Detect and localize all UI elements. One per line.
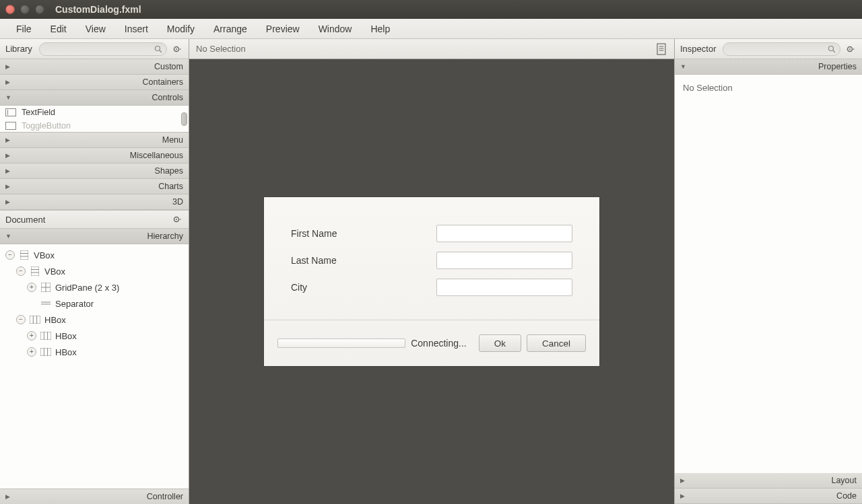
search-icon [828, 45, 836, 53]
document-menu-button[interactable] [171, 213, 183, 225]
svg-rect-9 [31, 266, 39, 276]
inspector-body: No Selection [675, 75, 862, 473]
inspector-menu-button[interactable] [844, 43, 857, 55]
status-label: Connecting... [411, 338, 467, 349]
progress-bar [277, 338, 405, 348]
menu-window[interactable]: Window [309, 21, 362, 37]
window-titlebar: CustomDialog.fxml [0, 0, 862, 19]
scrollbar-thumb[interactable] [181, 112, 187, 126]
gear-icon [172, 44, 182, 54]
first-name-label: First Name [291, 228, 436, 239]
togglebutton-icon [5, 122, 16, 130]
library-section-shapes[interactable]: ▶Shapes [0, 164, 189, 179]
collapse-icon[interactable]: − [16, 266, 26, 276]
ok-button[interactable]: Ok [479, 334, 521, 352]
svg-point-33 [849, 48, 851, 50]
separator-icon [40, 299, 51, 308]
gear-icon [172, 215, 182, 224]
canvas-header: No Selection [189, 39, 674, 59]
city-field[interactable] [436, 279, 572, 296]
library-section-controls[interactable]: ▼Controls [0, 90, 189, 106]
center-panel: No Selection First Name Last Name [189, 39, 674, 504]
search-icon [154, 45, 162, 53]
right-panel: Inspector ▼Properties No Selection ▶Layo… [674, 39, 862, 504]
expand-icon[interactable]: + [27, 283, 36, 292]
left-panel: Library ▶Custom ▶Containers ▼Controls Te… [0, 39, 189, 504]
document-section-hierarchy[interactable]: ▼Hierarchy [0, 229, 189, 244]
inspector-header: Inspector [675, 39, 862, 59]
last-name-field[interactable] [436, 252, 572, 269]
menu-modify[interactable]: Modify [158, 21, 204, 37]
control-textfield[interactable]: TextField [0, 106, 189, 119]
collapse-icon[interactable]: − [5, 250, 15, 260]
expand-icon[interactable]: + [27, 331, 36, 340]
library-section-menu[interactable]: ▶Menu [0, 133, 189, 148]
menu-arrange[interactable]: Arrange [204, 21, 257, 37]
svg-point-5 [176, 219, 177, 220]
library-section-containers[interactable]: ▶Containers [0, 75, 189, 90]
selection-path: No Selection [196, 44, 655, 54]
svg-point-0 [156, 46, 160, 50]
inspector-section-layout[interactable]: ▶Layout [675, 473, 862, 489]
tree-node-vbox-root[interactable]: − VBox [0, 247, 189, 263]
dialog-preview: First Name Last Name City Connecti [264, 197, 599, 366]
cancel-button[interactable]: Cancel [527, 334, 586, 352]
inspector-no-selection: No Selection [683, 83, 733, 93]
last-name-label: Last Name [291, 255, 436, 266]
hierarchy-tree: − VBox − VBox + GridPane (2 x 3) Separat… [0, 244, 189, 489]
tree-node-vbox[interactable]: − VBox [0, 263, 189, 279]
inspector-section-properties[interactable]: ▼Properties [675, 59, 862, 75]
design-canvas[interactable]: First Name Last Name City Connecti [189, 59, 674, 504]
library-section-misc[interactable]: ▶Miscellaneous [0, 148, 189, 164]
window-title: CustomDialog.fxml [55, 4, 141, 15]
svg-point-30 [829, 46, 834, 50]
expand-icon[interactable]: + [27, 347, 36, 357]
gear-icon [846, 44, 855, 54]
window-maximize-button[interactable] [35, 5, 44, 14]
svg-rect-17 [30, 316, 40, 324]
library-section-3d[interactable]: ▶3D [0, 194, 189, 210]
menu-preview[interactable]: Preview [257, 21, 309, 37]
svg-line-1 [160, 50, 162, 52]
svg-rect-6 [20, 250, 28, 260]
svg-rect-23 [40, 348, 51, 356]
library-section-charts[interactable]: ▶Charts [0, 179, 189, 194]
vbox-icon [30, 266, 40, 276]
document-section-controller[interactable]: ▶Controller [0, 489, 189, 504]
tree-node-hbox-child2[interactable]: + HBox [0, 344, 189, 360]
tree-node-hbox-child1[interactable]: + HBox [0, 328, 189, 344]
menu-edit[interactable]: Edit [41, 21, 76, 37]
library-search-input[interactable] [39, 42, 167, 56]
svg-line-31 [833, 50, 835, 52]
control-togglebutton[interactable]: ToggleButton [0, 119, 189, 133]
first-name-field[interactable] [436, 225, 572, 242]
textfield-icon [5, 108, 16, 116]
collapse-icon[interactable]: − [16, 315, 26, 324]
hbox-icon [40, 347, 51, 357]
menu-file[interactable]: File [7, 21, 41, 37]
city-label: City [291, 282, 436, 293]
library-menu-button[interactable] [171, 43, 183, 55]
window-close-button[interactable] [5, 5, 15, 14]
hbox-icon [40, 331, 51, 340]
menu-insert[interactable]: Insert [115, 21, 158, 37]
tree-node-hbox[interactable]: − HBox [0, 312, 189, 328]
menu-help[interactable]: Help [361, 21, 399, 37]
inspector-title: Inspector [680, 44, 716, 54]
library-section-custom[interactable]: ▶Custom [0, 59, 189, 75]
library-title: Library [5, 44, 32, 54]
tree-node-separator[interactable]: Separator [0, 295, 189, 312]
window-minimize-button[interactable] [20, 5, 30, 14]
vbox-icon [19, 250, 30, 260]
controls-list: TextField ToggleButton [0, 106, 189, 133]
hbox-icon [30, 315, 40, 324]
menubar: File Edit View Insert Modify Arrange Pre… [0, 19, 862, 39]
menu-view[interactable]: View [76, 21, 115, 37]
library-header: Library [0, 39, 189, 59]
css-document-icon[interactable] [655, 43, 667, 55]
tree-node-gridpane[interactable]: + GridPane (2 x 3) [0, 279, 189, 295]
inspector-section-code[interactable]: ▶Code [675, 489, 862, 504]
document-title: Document [5, 215, 171, 225]
svg-point-3 [176, 48, 177, 50]
inspector-search-input[interactable] [723, 42, 840, 56]
